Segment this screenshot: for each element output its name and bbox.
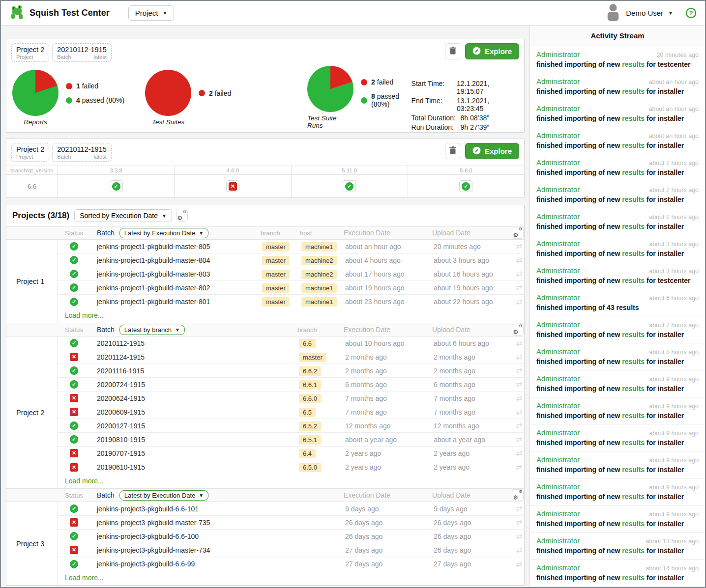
project-dropdown[interactable]: Project ▼ [128, 5, 175, 21]
activity-results-link[interactable]: results [622, 547, 645, 555]
batch-row[interactable]: 20210112-1915 6.6 about 10 hours ago abo… [58, 336, 526, 350]
column-settings-button[interactable]: ⚙⚙ [512, 227, 524, 239]
compare-arrows-icon[interactable]: ⇄ [516, 421, 522, 430]
compare-arrows-icon[interactable]: ⇄ [516, 463, 522, 472]
batch-row[interactable]: jenkins-project3-pkgbuild-master-735 26 … [58, 516, 526, 530]
project-chip[interactable]: Project 2 Project [11, 43, 49, 62]
batch-row[interactable]: jenkins-project1-pkgbuild-master-803 mas… [58, 267, 526, 281]
activity-results-link[interactable]: results [622, 439, 645, 447]
batch-row[interactable]: jenkins-project3-pkgbuild-master-734 27 … [58, 543, 526, 557]
project-chip[interactable]: Project 2 Project [11, 143, 49, 162]
activity-user-link[interactable]: Administrator [536, 347, 580, 356]
compare-arrows-icon[interactable]: ⇄ [516, 283, 522, 292]
compare-arrows-icon[interactable]: ⇄ [516, 435, 522, 444]
activity-user-link[interactable]: Administrator [536, 212, 580, 221]
batch-row[interactable]: 20190707-1915 6.4 2 years ago 2 years ag… [58, 447, 526, 460]
activity-user-link[interactable]: Administrator [536, 131, 580, 140]
batch-row[interactable]: 20190610-1915 6.5.0 2 years ago 2 years … [58, 460, 526, 474]
compare-arrows-icon[interactable]: ⇄ [516, 366, 522, 375]
activity-results-link[interactable]: results [622, 466, 645, 474]
sort-dropdown[interactable]: Sorted by Execution Date ▼ [74, 209, 172, 222]
activity-user-link[interactable]: Administrator [536, 185, 580, 194]
compare-arrows-icon[interactable]: ⇄ [516, 338, 522, 348]
batch-chip[interactable]: 20210112-1915 Batchlatest [52, 143, 112, 162]
activity-results-link[interactable]: results [622, 60, 645, 68]
user-dropdown[interactable]: Demo User ▼ [626, 9, 673, 17]
activity-user-link[interactable]: Administrator [536, 158, 580, 167]
help-icon[interactable]: ? [686, 8, 696, 18]
compare-arrows-icon[interactable]: ⇄ [516, 532, 522, 541]
latest-filter-dropdown[interactable]: Latest by Execution Date▼ [119, 228, 208, 238]
batch-row[interactable]: jenkins-project1-pkgbuild-master-801 mas… [58, 295, 526, 308]
activity-results-link[interactable]: results [622, 250, 645, 257]
activity-results-link[interactable]: results [622, 574, 645, 582]
test-suite-runs-pie-chart[interactable] [307, 66, 353, 112]
projects-settings-button[interactable]: ⚙⚙ [176, 210, 188, 222]
batch-row[interactable]: jenkins-project1-pkgbuild-master-802 mas… [58, 281, 526, 295]
column-settings-button[interactable]: ⚙⚙ [512, 324, 524, 336]
batch-row[interactable]: 20200127-1915 6.5.2 12 months ago 12 mon… [58, 419, 526, 433]
activity-user-link[interactable]: Administrator [536, 239, 580, 248]
load-more-link[interactable]: Load more... [65, 574, 104, 582]
activity-results-link[interactable]: results [622, 141, 645, 149]
activity-user-link[interactable]: Administrator [536, 536, 580, 545]
compare-arrows-icon[interactable]: ⇄ [516, 297, 522, 307]
matrix-result-button[interactable] [459, 180, 472, 192]
activity-results-link[interactable]: results [622, 277, 645, 284]
batch-row[interactable]: 20200609-1915 6.5 7 months ago 7 months … [58, 405, 526, 419]
compare-arrows-icon[interactable]: ⇄ [516, 255, 522, 265]
batch-row[interactable]: jenkins-project3-pkgbuild-6.6-101 9 days… [58, 502, 526, 516]
activity-results-link[interactable]: results [622, 493, 645, 501]
activity-results-link[interactable]: results [622, 196, 645, 203]
compare-arrows-icon[interactable]: ⇄ [516, 545, 522, 555]
activity-results-link[interactable]: results [622, 87, 645, 95]
latest-filter-dropdown[interactable]: Latest by Execution Date▼ [119, 490, 208, 501]
batch-row[interactable]: jenkins-project3-pkgbuild-6.6-99 27 days… [58, 557, 526, 571]
compare-arrows-icon[interactable]: ⇄ [516, 448, 522, 458]
activity-user-link[interactable]: Administrator [536, 455, 580, 464]
activity-user-link[interactable]: Administrator [536, 320, 580, 329]
batch-row[interactable]: 20201124-1915 master 2 months ago 2 mont… [58, 350, 526, 364]
activity-results-link[interactable]: results [622, 168, 645, 176]
batch-row[interactable]: 20201116-1915 6.6.2 2 months ago 2 month… [58, 364, 526, 378]
activity-user-link[interactable]: Administrator [536, 293, 580, 302]
explore-button[interactable]: Explore [465, 143, 519, 159]
load-more-link[interactable]: Load more... [65, 311, 104, 319]
compare-arrows-icon[interactable]: ⇄ [516, 393, 522, 403]
activity-results-link[interactable]: results [622, 358, 645, 365]
reports-pie-chart[interactable] [12, 70, 59, 116]
batch-row[interactable]: jenkins-project1-pkgbuild-master-805 mas… [58, 240, 526, 253]
test-suites-pie-chart[interactable] [145, 70, 191, 116]
activity-user-link[interactable]: Administrator [536, 509, 580, 518]
activity-user-link[interactable]: Administrator [536, 482, 580, 491]
activity-user-link[interactable]: Administrator [536, 104, 580, 112]
activity-user-link[interactable]: Administrator [536, 563, 580, 572]
activity-user-link[interactable]: Administrator [536, 50, 580, 58]
compare-arrows-icon[interactable]: ⇄ [516, 269, 522, 279]
column-settings-button[interactable]: ⚙⚙ [512, 489, 524, 501]
activity-results-link[interactable]: results [622, 412, 645, 420]
batch-row[interactable]: 20200624-1915 6.6.0 7 months ago 7 month… [58, 392, 526, 405]
activity-user-link[interactable]: Administrator [536, 374, 580, 383]
activity-user-link[interactable]: Administrator [536, 428, 580, 437]
delete-button[interactable] [445, 143, 461, 159]
activity-results-link[interactable]: results [622, 331, 645, 338]
activity-user-link[interactable]: Administrator [536, 266, 580, 275]
batch-row[interactable]: jenkins-project3-pkgbuild-6.6-100 26 day… [58, 530, 526, 543]
batch-row[interactable]: jenkins-project1-pkgbuild-master-804 mas… [58, 253, 526, 267]
matrix-result-button[interactable] [226, 180, 239, 192]
activity-results-link[interactable]: results [622, 385, 645, 392]
activity-user-link[interactable]: Administrator [536, 77, 580, 85]
explore-button[interactable]: Explore [465, 43, 519, 59]
compare-arrows-icon[interactable]: ⇄ [516, 352, 522, 362]
compare-arrows-icon[interactable]: ⇄ [516, 560, 522, 569]
compare-arrows-icon[interactable]: ⇄ [516, 504, 522, 513]
delete-button[interactable] [445, 43, 461, 59]
activity-results-link[interactable]: results [622, 114, 645, 122]
activity-results-link[interactable]: results [622, 223, 645, 230]
matrix-result-button[interactable] [110, 180, 123, 192]
activity-results-link[interactable]: results [622, 520, 645, 528]
compare-arrows-icon[interactable]: ⇄ [516, 407, 522, 417]
compare-arrows-icon[interactable]: ⇄ [516, 242, 522, 251]
load-more-link[interactable]: Load more... [65, 477, 104, 485]
